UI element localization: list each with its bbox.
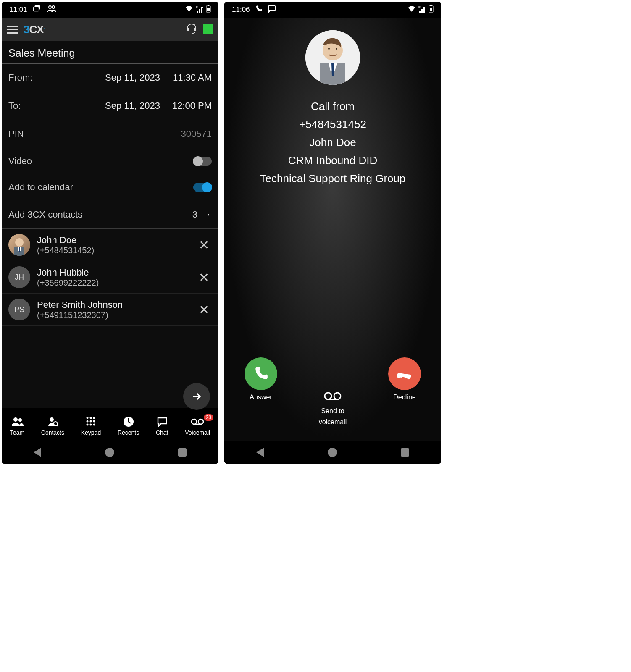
call-actions: Answer Send to voicemail Decline — [224, 357, 441, 426]
remove-contact-button[interactable]: ✕ — [196, 238, 212, 252]
status-bar: 11:01 R — [2, 2, 218, 18]
voicemail-badge: 23 — [204, 414, 213, 421]
svg-text:R: R — [418, 6, 421, 9]
overview-button[interactable] — [401, 448, 409, 457]
to-label: To: — [8, 100, 21, 111]
home-button[interactable] — [328, 448, 337, 457]
answer-action: Answer — [245, 357, 277, 401]
incoming-call-screen: Call from +5484531452 John Doe CRM Inbou… — [224, 18, 441, 441]
wifi-icon — [185, 5, 193, 14]
nav-keypad[interactable]: Keypad — [81, 416, 101, 436]
remove-contact-button[interactable]: ✕ — [196, 270, 212, 285]
svg-point-37 — [336, 48, 337, 50]
pin-label: PIN — [8, 129, 24, 139]
answer-label: Answer — [250, 394, 272, 401]
caller-number: +5484531452 — [299, 118, 366, 131]
keypad-icon — [86, 416, 96, 428]
from-time: 11:30 AM — [168, 72, 212, 83]
clock: 11:06 — [232, 5, 250, 14]
from-date: Sep 11, 2023 — [105, 72, 160, 83]
battery-icon — [206, 5, 211, 15]
chat-icon — [157, 416, 168, 428]
app-topbar: 3CX. — [2, 18, 218, 41]
add-contacts-label: Add 3CX contacts — [8, 209, 82, 220]
svg-point-38 — [325, 393, 331, 399]
from-label: From: — [8, 72, 32, 83]
phone-incoming-call: 11:06 R Call from +5484531452 John Doe C… — [224, 2, 441, 464]
decline-action: Decline — [388, 357, 421, 401]
contact-row: John Doe (+5484531452) ✕ — [2, 229, 218, 261]
to-row[interactable]: To: Sep 11, 2023 12:00 PM — [2, 92, 218, 120]
svg-point-26 — [192, 419, 197, 424]
headset-icon[interactable] — [186, 23, 197, 36]
svg-point-19 — [87, 420, 89, 423]
avatar — [8, 234, 30, 256]
svg-point-12 — [13, 417, 18, 422]
caller-name: John Doe — [309, 136, 356, 149]
overview-button[interactable] — [178, 448, 187, 457]
voicemail-action[interactable]: Send to voicemail — [319, 388, 347, 426]
contacts-count: 3 — [192, 209, 197, 220]
svg-point-16 — [87, 417, 89, 419]
decline-label: Decline — [393, 394, 415, 401]
wifi-icon — [408, 5, 416, 14]
svg-rect-11 — [19, 247, 20, 252]
phone-meeting-screen: 11:01 R 3CX. Sales Meeting From: Sep 11, — [2, 2, 218, 464]
contact-name: John Doe — [37, 235, 189, 246]
contact-name: John Hubble — [37, 267, 189, 278]
system-nav-bar — [224, 441, 441, 464]
menu-button[interactable] — [7, 26, 18, 34]
contacts-icon — [47, 416, 58, 428]
voicemail-icon — [323, 388, 342, 404]
avatar: PS — [8, 299, 30, 320]
signal-icon: R — [196, 6, 203, 14]
svg-point-21 — [93, 420, 95, 423]
add-contacts-row[interactable]: Add 3CX contacts 3 → — [2, 200, 218, 229]
svg-text:R: R — [196, 6, 198, 9]
vm-label-2: voicemail — [319, 418, 347, 426]
to-time: 12:00 PM — [168, 100, 212, 111]
nav-team[interactable]: Team — [10, 416, 24, 436]
svg-point-18 — [93, 417, 95, 419]
to-date: Sep 11, 2023 — [105, 100, 160, 111]
video-toggle[interactable] — [193, 157, 212, 166]
presence-indicator[interactable] — [203, 24, 213, 34]
voicemail-icon — [191, 416, 204, 428]
chat-notif-icon — [32, 4, 42, 16]
status-bar: 11:06 R — [224, 2, 441, 18]
contact-number: (+5484531452) — [37, 246, 189, 255]
caller-avatar — [305, 30, 360, 85]
nav-voicemail[interactable]: Voicemail 23 — [185, 416, 210, 436]
pin-value: 300571 — [181, 129, 212, 139]
nav-contacts[interactable]: Contacts — [41, 416, 64, 436]
home-button[interactable] — [105, 448, 114, 457]
back-button[interactable] — [256, 448, 264, 457]
nav-chat[interactable]: Chat — [156, 416, 168, 436]
calendar-toggle[interactable] — [193, 183, 212, 192]
svg-rect-7 — [208, 5, 209, 6]
svg-point-27 — [198, 419, 203, 424]
video-toggle-row: Video — [2, 148, 218, 174]
signal-icon: R — [418, 6, 426, 14]
from-row[interactable]: From: Sep 11, 2023 11:30 AM — [2, 64, 218, 92]
svg-point-23 — [90, 424, 92, 426]
svg-rect-1 — [33, 7, 39, 11]
call-from-label: Call from — [311, 100, 355, 113]
answer-button[interactable] — [245, 357, 277, 390]
svg-point-8 — [15, 238, 24, 247]
submit-fab[interactable] — [183, 383, 210, 410]
svg-point-14 — [50, 417, 54, 422]
contact-row: JH John Hubble (+35699222222) ✕ — [2, 261, 218, 294]
video-label: Video — [8, 156, 32, 167]
back-button[interactable] — [34, 448, 41, 457]
avatar: JH — [8, 266, 30, 288]
svg-point-13 — [18, 418, 22, 422]
meeting-title-field[interactable]: Sales Meeting — [2, 41, 218, 64]
nav-recents[interactable]: Recents — [118, 416, 139, 436]
svg-point-36 — [328, 48, 330, 50]
contact-number: (+35699222222) — [37, 278, 189, 288]
remove-contact-button[interactable]: ✕ — [196, 302, 212, 317]
decline-button[interactable] — [388, 357, 421, 390]
people-notif-icon — [47, 5, 57, 15]
chat-notif-icon — [268, 5, 276, 15]
